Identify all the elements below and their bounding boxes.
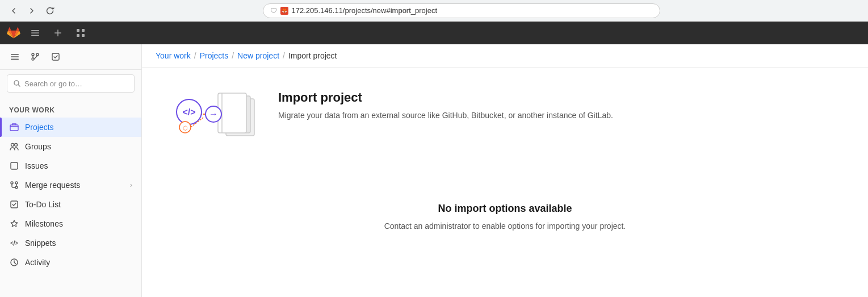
import-text: Import project Migrate your data from an… bbox=[278, 90, 613, 122]
breadcrumb-sep-3: / bbox=[283, 51, 285, 60]
todo-icon bbox=[9, 199, 19, 210]
svg-text:⬡: ⬡ bbox=[183, 125, 188, 131]
breadcrumb-projects[interactable]: Projects bbox=[200, 51, 229, 60]
sidebar-item-label-activity: Activity bbox=[25, 258, 132, 267]
svg-rect-1 bbox=[31, 32, 39, 34]
import-title: Import project bbox=[278, 90, 613, 105]
snippets-icon bbox=[9, 238, 19, 248]
groups-icon bbox=[9, 141, 19, 152]
browser-chrome: 🛡 🦊 172.205.146.11/projects/new#import_p… bbox=[0, 0, 868, 22]
content-area: </> → ⬡ Import project Migrate your data… bbox=[142, 68, 868, 276]
apps-button[interactable] bbox=[73, 25, 89, 41]
svg-rect-7 bbox=[77, 34, 79, 37]
no-options-box: No import options available Contact an a… bbox=[169, 180, 841, 253]
sidebar-item-merge-requests[interactable]: Merge requests › bbox=[0, 175, 141, 195]
breadcrumb: Your work / Projects / New project / Imp… bbox=[142, 44, 868, 68]
sidebar-item-label-groups: Groups bbox=[25, 142, 132, 151]
activity-icon bbox=[9, 257, 19, 267]
sidebar-item-activity[interactable]: Activity bbox=[0, 253, 141, 272]
svg-rect-24 bbox=[11, 201, 18, 208]
svg-rect-6 bbox=[82, 29, 85, 32]
sidebar-todo-button[interactable] bbox=[48, 49, 64, 65]
your-work-heading: Your work bbox=[0, 97, 141, 118]
sidebar-toggle-button[interactable] bbox=[7, 49, 23, 65]
svg-rect-5 bbox=[77, 29, 79, 32]
security-icon: 🛡 bbox=[270, 7, 277, 15]
search-icon bbox=[13, 80, 21, 87]
app-body: Search or go to… Your work Projects Grou… bbox=[0, 22, 868, 297]
sidebar-item-milestones[interactable]: Milestones bbox=[0, 214, 141, 233]
refresh-button[interactable] bbox=[43, 4, 57, 18]
gitlab-logo bbox=[7, 26, 20, 40]
no-options-description: Contact an administrator to enable optio… bbox=[192, 221, 818, 231]
new-item-button[interactable] bbox=[50, 25, 66, 41]
svg-rect-10 bbox=[11, 56, 19, 57]
breadcrumb-your-work[interactable]: Your work bbox=[156, 51, 191, 60]
breadcrumb-sep-2: / bbox=[232, 51, 234, 60]
back-button[interactable] bbox=[7, 4, 20, 18]
sidebar-item-projects[interactable]: Projects bbox=[0, 118, 141, 137]
sidebar-mr-button[interactable] bbox=[27, 49, 43, 65]
sidebar-item-groups[interactable]: Groups bbox=[0, 137, 141, 156]
svg-point-18 bbox=[11, 144, 14, 147]
site-favicon: 🦊 bbox=[280, 7, 288, 15]
issues-icon bbox=[9, 161, 19, 171]
import-illustration: </> → ⬡ bbox=[169, 90, 260, 153]
breadcrumb-sep-1: / bbox=[194, 51, 196, 60]
merge-requests-icon bbox=[9, 180, 19, 190]
main-content: Your work / Projects / New project / Imp… bbox=[142, 22, 868, 297]
sidebar-item-label-snippets: Snippets bbox=[25, 239, 132, 248]
sidebar-item-label-merge-requests: Merge requests bbox=[25, 181, 124, 190]
top-nav bbox=[0, 22, 868, 44]
sidebar-item-label-projects: Projects bbox=[25, 123, 132, 132]
sidebar-item-issues[interactable]: Issues bbox=[0, 156, 141, 175]
breadcrumb-current: Import project bbox=[288, 51, 337, 60]
svg-rect-0 bbox=[31, 30, 39, 31]
sidebar-item-label-todo: To-Do List bbox=[25, 200, 132, 209]
sidebar-item-label-milestones: Milestones bbox=[25, 219, 132, 228]
chevron-right-icon: › bbox=[130, 181, 132, 189]
sidebar-item-label-issues: Issues bbox=[25, 161, 132, 170]
sidebar: Search or go to… Your work Projects Grou… bbox=[0, 22, 142, 297]
search-placeholder: Search or go to… bbox=[24, 80, 82, 88]
sidebar-item-todo-list[interactable]: To-Do List bbox=[0, 195, 141, 214]
svg-rect-11 bbox=[11, 59, 19, 60]
svg-text:→: → bbox=[209, 109, 218, 119]
svg-rect-17 bbox=[10, 125, 18, 131]
svg-text:</>: </> bbox=[182, 107, 195, 117]
url-text: 172.205.146.11/projects/new#import_proje… bbox=[292, 6, 438, 15]
sidebar-icon-row bbox=[0, 44, 141, 70]
sidebar-item-snippets[interactable]: Snippets bbox=[0, 233, 141, 253]
svg-rect-2 bbox=[31, 35, 39, 36]
toggle-sidebar-button[interactable] bbox=[27, 25, 43, 41]
breadcrumb-new-project[interactable]: New project bbox=[237, 51, 279, 60]
svg-rect-4 bbox=[54, 32, 61, 34]
svg-rect-9 bbox=[11, 54, 19, 55]
address-bar[interactable]: 🛡 🦊 172.205.146.11/projects/new#import_p… bbox=[263, 3, 660, 18]
import-description: Migrate your data from an external sourc… bbox=[278, 110, 613, 122]
search-box[interactable]: Search or go to… bbox=[7, 74, 135, 93]
svg-point-19 bbox=[15, 144, 18, 147]
import-header: </> → ⬡ Import project Migrate your data… bbox=[169, 90, 841, 153]
svg-rect-15 bbox=[52, 53, 59, 60]
svg-rect-8 bbox=[82, 34, 85, 37]
svg-rect-20 bbox=[11, 162, 18, 169]
forward-button[interactable] bbox=[25, 4, 39, 18]
no-options-title: No import options available bbox=[192, 203, 818, 215]
milestones-icon bbox=[9, 219, 19, 229]
projects-icon bbox=[9, 122, 19, 132]
